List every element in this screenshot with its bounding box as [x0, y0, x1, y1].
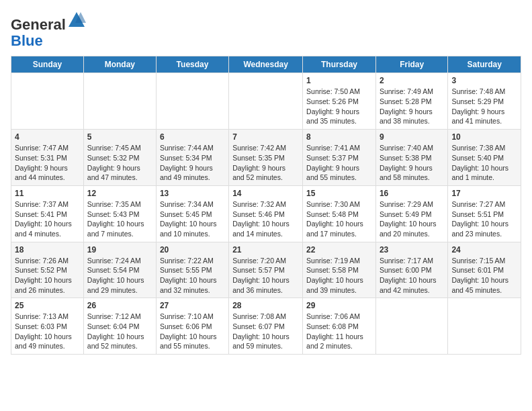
day-number: 17 [451, 189, 517, 198]
day-number: 24 [451, 245, 517, 255]
calendar-cell [156, 73, 228, 130]
calendar-cell: 15Sunrise: 7:30 AM Sunset: 5:48 PM Dayli… [303, 185, 376, 242]
day-number: 7 [232, 132, 299, 142]
day-info: Sunrise: 7:08 AM Sunset: 6:07 PM Dayligh… [232, 312, 299, 351]
day-number: 26 [87, 301, 152, 310]
calendar-cell: 2Sunrise: 7:49 AM Sunset: 5:28 PM Daylig… [375, 73, 447, 130]
day-info: Sunrise: 7:29 AM Sunset: 5:49 PM Dayligh… [380, 199, 444, 239]
day-number: 18 [15, 245, 80, 255]
day-number: 11 [15, 189, 80, 198]
day-number: 28 [232, 301, 299, 310]
calendar-cell: 8Sunrise: 7:41 AM Sunset: 5:37 PM Daylig… [303, 130, 376, 186]
day-info: Sunrise: 7:35 AM Sunset: 5:43 PM Dayligh… [87, 199, 152, 239]
day-number: 6 [160, 132, 225, 142]
day-info: Sunrise: 7:17 AM Sunset: 6:00 PM Dayligh… [380, 256, 444, 295]
day-info: Sunrise: 7:10 AM Sunset: 6:06 PM Dayligh… [160, 312, 225, 351]
calendar-cell: 1Sunrise: 7:50 AM Sunset: 5:26 PM Daylig… [303, 73, 376, 130]
calendar-cell: 18Sunrise: 7:26 AM Sunset: 5:52 PM Dayli… [11, 242, 84, 298]
logo-icon [67, 11, 86, 30]
calendar-cell: 11Sunrise: 7:37 AM Sunset: 5:41 PM Dayli… [11, 185, 84, 242]
day-number: 19 [87, 245, 152, 255]
calendar-table: SundayMondayTuesdayWednesdayThursdayFrid… [11, 56, 521, 355]
calendar-cell [375, 298, 447, 355]
day-info: Sunrise: 7:15 AM Sunset: 6:01 PM Dayligh… [451, 256, 517, 295]
day-info: Sunrise: 7:44 AM Sunset: 5:34 PM Dayligh… [160, 143, 225, 183]
calendar-cell: 28Sunrise: 7:08 AM Sunset: 6:07 PM Dayli… [229, 298, 303, 355]
day-info: Sunrise: 7:34 AM Sunset: 5:45 PM Dayligh… [160, 199, 225, 239]
day-number: 16 [380, 189, 444, 198]
calendar-cell: 17Sunrise: 7:27 AM Sunset: 5:51 PM Dayli… [448, 185, 521, 242]
calendar-week-row: 18Sunrise: 7:26 AM Sunset: 5:52 PM Dayli… [11, 242, 521, 298]
day-number: 27 [160, 301, 225, 310]
calendar-cell [229, 73, 303, 130]
day-info: Sunrise: 7:41 AM Sunset: 5:37 PM Dayligh… [306, 143, 372, 183]
day-info: Sunrise: 7:19 AM Sunset: 5:58 PM Dayligh… [306, 256, 372, 295]
calendar-cell: 16Sunrise: 7:29 AM Sunset: 5:49 PM Dayli… [375, 185, 447, 242]
calendar-cell: 9Sunrise: 7:40 AM Sunset: 5:38 PM Daylig… [375, 130, 447, 186]
calendar-week-row: 11Sunrise: 7:37 AM Sunset: 5:41 PM Dayli… [11, 185, 521, 242]
calendar-cell: 6Sunrise: 7:44 AM Sunset: 5:34 PM Daylig… [156, 130, 228, 186]
calendar-cell: 4Sunrise: 7:47 AM Sunset: 5:31 PM Daylig… [11, 130, 84, 186]
day-info: Sunrise: 7:42 AM Sunset: 5:35 PM Dayligh… [232, 143, 299, 183]
day-info: Sunrise: 7:38 AM Sunset: 5:40 PM Dayligh… [451, 143, 517, 183]
day-info: Sunrise: 7:13 AM Sunset: 6:03 PM Dayligh… [15, 312, 80, 351]
calendar-cell: 27Sunrise: 7:10 AM Sunset: 6:06 PM Dayli… [156, 298, 228, 355]
calendar-cell [83, 73, 156, 130]
day-number: 10 [451, 132, 517, 142]
col-header-saturday: Saturday [448, 56, 521, 73]
day-number: 5 [87, 132, 152, 142]
day-info: Sunrise: 7:50 AM Sunset: 5:26 PM Dayligh… [306, 87, 372, 126]
day-info: Sunrise: 7:45 AM Sunset: 5:32 PM Dayligh… [87, 143, 152, 183]
calendar-cell: 5Sunrise: 7:45 AM Sunset: 5:32 PM Daylig… [83, 130, 156, 186]
calendar-week-row: 4Sunrise: 7:47 AM Sunset: 5:31 PM Daylig… [11, 130, 521, 186]
calendar-header-row: SundayMondayTuesdayWednesdayThursdayFrid… [11, 56, 521, 73]
col-header-tuesday: Tuesday [156, 56, 228, 73]
col-header-sunday: Sunday [11, 56, 84, 73]
day-info: Sunrise: 7:26 AM Sunset: 5:52 PM Dayligh… [15, 256, 80, 295]
logo-general-text: General [11, 16, 66, 33]
calendar-cell: 14Sunrise: 7:32 AM Sunset: 5:46 PM Dayli… [229, 185, 303, 242]
day-number: 4 [15, 132, 80, 142]
day-info: Sunrise: 7:24 AM Sunset: 5:54 PM Dayligh… [87, 256, 152, 295]
day-info: Sunrise: 7:48 AM Sunset: 5:29 PM Dayligh… [451, 87, 517, 126]
day-info: Sunrise: 7:47 AM Sunset: 5:31 PM Dayligh… [15, 143, 80, 183]
day-info: Sunrise: 7:49 AM Sunset: 5:28 PM Dayligh… [380, 87, 444, 126]
day-info: Sunrise: 7:30 AM Sunset: 5:48 PM Dayligh… [306, 199, 372, 239]
day-info: Sunrise: 7:06 AM Sunset: 6:08 PM Dayligh… [306, 312, 372, 351]
calendar-cell: 24Sunrise: 7:15 AM Sunset: 6:01 PM Dayli… [448, 242, 521, 298]
calendar-cell: 26Sunrise: 7:12 AM Sunset: 6:04 PM Dayli… [83, 298, 156, 355]
day-number: 14 [232, 189, 299, 198]
calendar-cell: 29Sunrise: 7:06 AM Sunset: 6:08 PM Dayli… [303, 298, 376, 355]
day-number: 25 [15, 301, 80, 310]
page-header: General Blue [11, 11, 521, 49]
day-number: 13 [160, 189, 225, 198]
day-info: Sunrise: 7:27 AM Sunset: 5:51 PM Dayligh… [451, 199, 517, 239]
calendar-cell: 7Sunrise: 7:42 AM Sunset: 5:35 PM Daylig… [229, 130, 303, 186]
col-header-monday: Monday [83, 56, 156, 73]
day-number: 22 [306, 245, 372, 255]
logo-blue-text: Blue [11, 32, 43, 49]
day-info: Sunrise: 7:32 AM Sunset: 5:46 PM Dayligh… [232, 199, 299, 239]
day-info: Sunrise: 7:22 AM Sunset: 5:55 PM Dayligh… [160, 256, 225, 295]
calendar-cell: 12Sunrise: 7:35 AM Sunset: 5:43 PM Dayli… [83, 185, 156, 242]
calendar-cell: 13Sunrise: 7:34 AM Sunset: 5:45 PM Dayli… [156, 185, 228, 242]
calendar-cell [11, 73, 84, 130]
day-number: 3 [451, 76, 517, 85]
calendar-cell: 20Sunrise: 7:22 AM Sunset: 5:55 PM Dayli… [156, 242, 228, 298]
col-header-thursday: Thursday [303, 56, 376, 73]
day-number: 8 [306, 132, 372, 142]
logo: General Blue [11, 11, 86, 49]
day-number: 15 [306, 189, 372, 198]
day-number: 1 [306, 76, 372, 85]
day-number: 2 [380, 76, 444, 85]
calendar-cell: 22Sunrise: 7:19 AM Sunset: 5:58 PM Dayli… [303, 242, 376, 298]
calendar-cell: 10Sunrise: 7:38 AM Sunset: 5:40 PM Dayli… [448, 130, 521, 186]
calendar-cell: 3Sunrise: 7:48 AM Sunset: 5:29 PM Daylig… [448, 73, 521, 130]
day-number: 9 [380, 132, 444, 142]
day-number: 12 [87, 189, 152, 198]
calendar-cell [448, 298, 521, 355]
calendar-week-row: 25Sunrise: 7:13 AM Sunset: 6:03 PM Dayli… [11, 298, 521, 355]
day-number: 21 [232, 245, 299, 255]
day-number: 23 [380, 245, 444, 255]
day-info: Sunrise: 7:40 AM Sunset: 5:38 PM Dayligh… [380, 143, 444, 183]
